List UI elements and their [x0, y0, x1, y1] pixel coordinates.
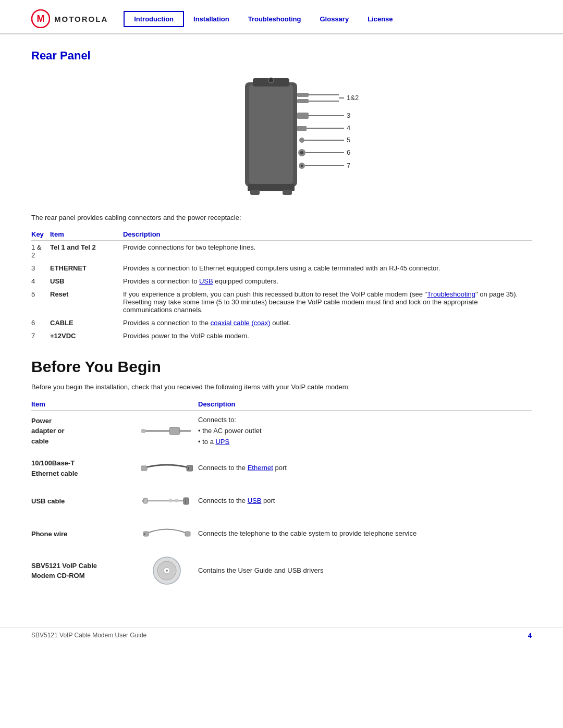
list-item: Phone wire Connects the telephone to the…	[31, 522, 532, 546]
item-description: Connects the telephone to the cable syst…	[198, 528, 532, 539]
item-image	[136, 522, 198, 546]
svg-rect-42	[183, 498, 189, 504]
table-cell-desc: Provides a connection to the coaxial cab…	[123, 316, 532, 329]
svg-rect-33	[169, 427, 180, 435]
troubleshooting-link[interactable]: Troubleshooting	[427, 290, 475, 298]
svg-rect-36	[141, 466, 147, 471]
svg-rect-35	[141, 429, 145, 433]
table-row: 5ResetIf you experience a problem, you c…	[31, 288, 532, 316]
svg-rect-47	[144, 533, 145, 535]
table-row: 6CABLEProvides a connection to the coaxi…	[31, 316, 532, 329]
svg-rect-45	[175, 499, 178, 502]
list-item: USB cable Connects to the USB port	[31, 489, 532, 513]
footer-page-number: 4	[528, 632, 532, 639]
item-description: Connects to the Ethernet port	[198, 463, 532, 474]
table-cell-item: Tel 1 and Tel 2	[50, 240, 123, 262]
desc-link[interactable]: coaxial cable (coax)	[211, 319, 271, 327]
tab-installation[interactable]: Installation	[184, 12, 239, 26]
item-description: Contains the User Guide and USB drivers	[198, 565, 532, 576]
table-cell-item: CABLE	[50, 316, 123, 329]
tab-troubleshooting[interactable]: Troubleshooting	[239, 12, 311, 26]
table-cell-key: 1 & 2	[31, 240, 50, 262]
svg-rect-7	[250, 190, 260, 195]
logo-text: MOTOROLA	[54, 15, 108, 23]
rear-panel-section: Rear Panel	[31, 49, 532, 342]
svg-rect-44	[169, 499, 172, 502]
usb_cable-icon	[141, 489, 193, 513]
table-cell-key: 5	[31, 288, 50, 316]
nav-tabs: Introduction Installation Troubleshootin…	[124, 11, 532, 27]
table-cell-key: 7	[31, 329, 50, 342]
table-row: 3ETHERNETProvides a connection to Ethern…	[31, 262, 532, 275]
tab-introduction[interactable]: Introduction	[124, 11, 184, 27]
svg-point-5	[268, 78, 274, 83]
rear-panel-table: Key Item Description 1 & 2Tel 1 and Tel …	[31, 228, 532, 342]
svg-rect-37	[187, 465, 193, 471]
col-header-key: Key	[31, 228, 50, 241]
connects-to-list: the AC power outletto a UPS	[198, 426, 532, 448]
rear-panel-title: Rear Panel	[31, 49, 532, 63]
table-row: 1 & 2Tel 1 and Tel 2Provide connections …	[31, 240, 532, 262]
before-you-begin-intro: Before you begin the installation, check…	[31, 382, 532, 392]
rear-panel-intro: The rear panel provides cabling connecto…	[31, 213, 532, 223]
logo-area: M MOTOROLA	[31, 9, 108, 28]
svg-rect-10	[297, 99, 309, 103]
tab-license[interactable]: License	[358, 12, 402, 26]
table-cell-key: 3	[31, 262, 50, 275]
main-content: Rear Panel	[0, 34, 563, 616]
tab-glossary[interactable]: Glossary	[311, 12, 359, 26]
svg-text:4: 4	[347, 124, 350, 132]
svg-point-29	[301, 165, 303, 167]
item-image	[136, 489, 198, 513]
item-name: USB cable	[31, 496, 136, 507]
table-cell-desc: Provide connections for two telephone li…	[123, 240, 532, 262]
table-cell-item: ETHERNET	[50, 262, 123, 275]
col-header-desc: Description	[123, 228, 532, 241]
item-image	[136, 419, 198, 443]
table-row: 4USBProvides a connection to USB equippe…	[31, 275, 532, 288]
items-list-body: Power adapter or cable Connects to:the A…	[31, 415, 532, 586]
col-header-item: Item	[50, 228, 123, 241]
svg-point-21	[299, 138, 304, 143]
svg-point-25	[300, 151, 303, 154]
power_cable-icon	[141, 419, 193, 443]
svg-text:3: 3	[347, 112, 350, 119]
page-footer: SBV5121 VoIP Cable Modem User Guide 4	[0, 627, 563, 644]
item-image	[136, 456, 198, 480]
col-desc-header: Description	[198, 400, 236, 408]
table-cell-item: USB	[50, 275, 123, 288]
item-name: 10/100Base-T Ethernet cable	[31, 458, 136, 478]
item-image	[136, 555, 198, 586]
desc-link[interactable]: USB	[199, 277, 213, 285]
table-cell-desc: If you experience a problem, you can pus…	[123, 288, 532, 316]
item-name: SBV5121 VoIP Cable Modem CD-ROM	[31, 561, 136, 581]
motorola-logo-icon: M	[31, 9, 50, 28]
table-cell-key: 6	[31, 316, 50, 329]
svg-rect-9	[297, 93, 309, 97]
port-link[interactable]: Ethernet	[248, 464, 273, 472]
svg-rect-48	[185, 532, 190, 536]
footer-text: SBV5121 VoIP Cable Modem User Guide	[31, 632, 146, 639]
list-item: SBV5121 VoIP Cable Modem CD-ROM Contains…	[31, 555, 532, 586]
before-you-begin-section: Before You Begin Before you begin the in…	[31, 358, 532, 587]
rear-panel-image: 1&2 3 4 5 6	[31, 72, 532, 202]
list-item: 10/100Base-T Ethernet cable Connects to …	[31, 456, 532, 480]
before-you-begin-title: Before You Begin	[31, 358, 532, 376]
page-header: M MOTOROLA Introduction Installation Tro…	[0, 0, 563, 34]
svg-rect-15	[297, 113, 309, 119]
table-cell-desc: Provides a connection to Ethernet equipp…	[123, 262, 532, 275]
list-item: Power adapter or cable Connects to:the A…	[31, 415, 532, 447]
cdrom-icon	[151, 555, 182, 586]
ethernet_cable-icon	[141, 456, 193, 480]
table-cell-item: +12VDC	[50, 329, 123, 342]
list-item: the AC power outlet	[198, 426, 532, 437]
ups-link[interactable]: UPS	[215, 438, 229, 446]
svg-rect-38	[188, 467, 189, 470]
svg-text:7: 7	[347, 162, 350, 169]
connects-to-label: Connects to:	[198, 416, 236, 424]
list-item: to a UPS	[198, 437, 532, 448]
svg-text:6: 6	[347, 149, 350, 156]
port-link[interactable]: USB	[248, 497, 262, 504]
svg-rect-40	[143, 498, 148, 503]
item-description: Connects to the USB port	[198, 496, 532, 507]
